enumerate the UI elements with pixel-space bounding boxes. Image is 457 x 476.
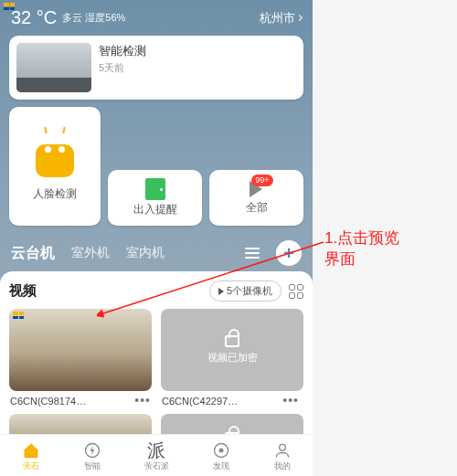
- all-label: 全部: [246, 200, 268, 216]
- weather-block[interactable]: 32 °C 多云 湿度56%: [11, 7, 125, 28]
- video-item-1: C6CN(C98174… •••: [9, 309, 152, 407]
- tab-smart-label: 智能: [84, 460, 101, 472]
- badge-count: 99+: [251, 175, 272, 186]
- tab-outdoor[interactable]: 室外机: [71, 245, 110, 261]
- grid-view-icon[interactable]: [289, 284, 303, 299]
- category-tabs: 云台机 室外机 室内机 +: [0, 235, 313, 271]
- pai-icon: 派: [147, 441, 165, 460]
- discover-icon: [212, 441, 230, 460]
- smart-detect-card[interactable]: 智能检测 5天前: [9, 36, 303, 100]
- ezviz-logo-icon: [13, 312, 24, 319]
- entry-alert-card[interactable]: 出入提醒: [108, 170, 202, 226]
- tab-mine[interactable]: 我的: [273, 441, 292, 472]
- entry-label: 出入提醒: [133, 202, 177, 217]
- tab-ptz[interactable]: 云台机: [11, 244, 55, 263]
- tab-mine-label: 我的: [274, 460, 291, 472]
- tab-pai-label: 萤石派: [144, 460, 169, 472]
- location-selector[interactable]: 杭州市: [260, 10, 302, 26]
- tab-smart[interactable]: 智能: [83, 441, 101, 472]
- video-name-2: C6CN(C42297…: [162, 396, 238, 407]
- tab-pai[interactable]: 派 萤石派: [144, 441, 169, 472]
- play-all-icon: 99+: [244, 180, 270, 198]
- svg-point-3: [279, 444, 285, 450]
- ezviz-logo-icon: [4, 3, 15, 10]
- bolt-icon: [83, 441, 101, 460]
- phone-frame: 32 °C 多云 湿度56% 杭州市 智能检测 5天前 人脸检测: [0, 0, 313, 476]
- add-button[interactable]: +: [276, 240, 302, 266]
- detect-thumbnail: [16, 43, 91, 92]
- locked-text: 视频已加密: [207, 351, 258, 365]
- tab-discover-label: 发现: [213, 460, 229, 472]
- play-icon: [218, 288, 224, 295]
- home-icon: [22, 441, 40, 460]
- location-label: 杭州市: [260, 10, 295, 26]
- annotation-text: 1.点击预览 界面: [324, 228, 399, 270]
- lock-icon: [225, 335, 239, 347]
- video-item-2: 视频已加密 C6CN(C42297… •••: [161, 309, 303, 407]
- weather-detail: 多云 湿度56%: [62, 12, 125, 23]
- door-icon: [145, 178, 165, 200]
- face-detect-card[interactable]: 人脸检测: [9, 107, 101, 226]
- top-bar: 32 °C 多云 湿度56% 杭州市: [0, 0, 313, 36]
- video-preview-1[interactable]: [9, 309, 152, 391]
- robot-icon: [34, 132, 76, 177]
- face-label: 人脸检测: [33, 186, 77, 202]
- menu-icon[interactable]: [245, 248, 260, 259]
- bottom-tab-bar: 萤石 智能 派 萤石派 发现 我的: [0, 434, 313, 476]
- more-icon[interactable]: •••: [282, 398, 303, 404]
- video-name-1: C6CN(C98174…: [10, 396, 86, 407]
- person-icon: [273, 441, 292, 460]
- all-card[interactable]: 99+ 全部: [209, 170, 303, 226]
- more-icon[interactable]: •••: [134, 398, 151, 404]
- tab-home-label: 萤石: [23, 460, 39, 472]
- video-preview-2[interactable]: 视频已加密: [161, 309, 303, 391]
- sheet-title: 视频: [9, 282, 202, 300]
- tab-home[interactable]: 萤石: [22, 441, 40, 472]
- chevron-right-icon: [296, 15, 303, 21]
- detect-title: 智能检测: [99, 43, 146, 59]
- temperature: 32 °C: [11, 7, 57, 28]
- tab-indoor[interactable]: 室内机: [126, 245, 165, 261]
- tab-discover[interactable]: 发现: [212, 441, 230, 472]
- camera-count: 5个摄像机: [227, 284, 272, 298]
- camera-count-pill[interactable]: 5个摄像机: [209, 280, 282, 301]
- svg-point-2: [218, 448, 223, 452]
- detect-time: 5天前: [99, 61, 146, 75]
